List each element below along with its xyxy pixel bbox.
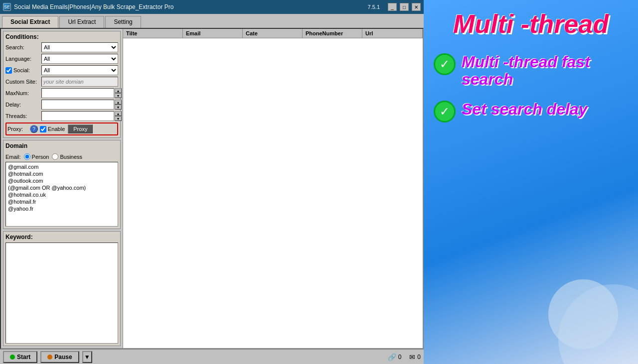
maxnum-label: MaxNum: — [5, 90, 41, 96]
social-select[interactable]: All — [41, 65, 118, 75]
keyword-textarea[interactable] — [5, 243, 118, 344]
social-row: Social: All — [5, 65, 118, 75]
maximize-button[interactable]: □ — [400, 3, 409, 11]
domain-list-container: @gmail.com @hotmail.com @outlook.com (@g… — [5, 162, 118, 227]
threads-input[interactable]: 10 — [41, 111, 114, 121]
window-title: Social Media Emails|Phones|Any Bulk Scra… — [14, 3, 173, 10]
links-count: 0 — [398, 354, 402, 361]
enable-checkbox[interactable] — [40, 126, 46, 132]
maxnum-input[interactable]: 50000 — [41, 88, 114, 98]
proxy-button[interactable]: Proxy — [68, 124, 93, 133]
maxnum-spinner-btns: ▲ ▼ — [115, 88, 122, 98]
person-radio[interactable] — [24, 153, 30, 160]
list-item: @hotmail.co.uk — [7, 191, 117, 198]
delay-row: Delay: 15 ▲ ▼ — [5, 100, 118, 110]
app-icon: SE — [3, 3, 11, 11]
conditions-box: Conditions: Search: All Language: All — [3, 31, 121, 138]
search-select[interactable]: All — [41, 42, 118, 52]
list-item: (@gmail.com OR @yahoo.com) — [7, 184, 117, 191]
threads-down[interactable]: ▼ — [115, 116, 122, 121]
custom-site-row: Custom Site: — [5, 77, 118, 87]
tab-url-extract[interactable]: Url Extract — [59, 16, 104, 28]
business-radio[interactable] — [52, 153, 58, 160]
start-dot — [10, 355, 15, 360]
search-label: Search: — [5, 44, 41, 50]
title-bar-left: SE Social Media Emails|Phones|Any Bulk S… — [3, 3, 173, 11]
proxy-help-button[interactable]: ? — [30, 125, 38, 133]
threads-label: Threads: — [5, 113, 41, 119]
table-header: Tilte Email Cate PhoneNumber Url — [123, 29, 423, 38]
domain-title: Domain — [5, 142, 27, 149]
left-panel: Conditions: Search: All Language: All — [1, 29, 123, 348]
custom-site-input[interactable] — [41, 77, 118, 87]
delay-spinner: 15 ▲ ▼ — [41, 100, 122, 110]
domain-box: Domain Email: Person Business @gmail. — [3, 140, 121, 229]
custom-site-label: Custom Site: — [5, 79, 41, 85]
minimize-button[interactable]: _ — [388, 3, 397, 11]
bottom-right: 🔗 0 ✉ 0 — [388, 353, 421, 361]
check-icon-2: ✓ — [434, 101, 456, 122]
proxy-label: Proxy: — [7, 126, 30, 132]
enable-label: Enable — [40, 126, 65, 132]
threads-row: Threads: 10 ▲ ▼ — [5, 111, 118, 121]
close-button[interactable]: ✕ — [412, 3, 421, 11]
links-status: 🔗 0 — [388, 353, 402, 361]
list-item: @hotmail.fr — [7, 198, 117, 205]
search-row: Search: All — [5, 42, 118, 52]
col-header-phone: PhoneNumber — [303, 29, 362, 38]
proxy-row: Proxy: ? Enable Proxy — [5, 122, 118, 135]
list-item: @gmail.com — [7, 163, 117, 170]
app-window: SE Social Media Emails|Phones|Any Bulk S… — [0, 0, 424, 364]
language-row: Language: All — [5, 54, 118, 64]
language-label: Language: — [5, 56, 41, 62]
social-checkbox[interactable] — [5, 67, 12, 74]
delay-up[interactable]: ▲ — [115, 100, 122, 105]
email-label: Email: — [5, 154, 21, 160]
bottom-bar: Start Pause ▼ 🔗 0 ✉ 0 — [0, 349, 424, 364]
start-button[interactable]: Start — [3, 351, 37, 363]
tab-social-extract[interactable]: Social Extract — [2, 16, 58, 28]
bottom-left: Start Pause ▼ — [3, 351, 92, 363]
main-content: Conditions: Search: All Language: All — [0, 28, 424, 349]
more-button[interactable]: ▼ — [82, 351, 92, 363]
list-item: @outlook.com — [7, 177, 117, 184]
maxnum-up[interactable]: ▲ — [115, 88, 122, 93]
list-item: @yahoo.fr — [7, 205, 117, 212]
maxnum-down[interactable]: ▼ — [115, 93, 122, 98]
list-item: @hotmail.com — [7, 170, 117, 177]
threads-up[interactable]: ▲ — [115, 111, 122, 116]
data-panel: Tilte Email Cate PhoneNumber Url — [123, 29, 423, 348]
delay-spinner-btns: ▲ ▼ — [115, 100, 122, 110]
threads-spinner-btns: ▲ ▼ — [115, 111, 122, 121]
circle-decoration-2 — [548, 279, 618, 349]
emails-status: ✉ 0 — [409, 353, 421, 361]
table-body — [123, 38, 423, 348]
language-select[interactable]: All — [41, 54, 118, 64]
col-header-cate: Cate — [243, 29, 303, 38]
check-icon-1: ✓ — [434, 53, 456, 75]
feature-2-text: Set search delay — [462, 101, 588, 118]
col-header-url: Url — [362, 29, 423, 38]
keyword-title: Keyword: — [5, 234, 118, 241]
version-label: 7.5.1 — [368, 4, 380, 10]
tab-bar: Social Extract Url Extract Setting — [0, 14, 424, 28]
pause-dot — [47, 355, 52, 360]
threads-spinner: 10 ▲ ▼ — [41, 111, 122, 121]
promo-feature-1: ✓ Multi -thread fast search — [434, 53, 628, 88]
delay-label: Delay: — [5, 102, 41, 108]
delay-down[interactable]: ▼ — [115, 105, 122, 110]
pause-button[interactable]: Pause — [40, 351, 79, 363]
domain-list[interactable]: @gmail.com @hotmail.com @outlook.com (@g… — [5, 162, 118, 227]
keyword-box: Keyword: — [3, 231, 121, 346]
person-radio-label: Person — [24, 153, 49, 160]
promo-panel: Multi -thread ✓ Multi -thread fast searc… — [424, 0, 638, 364]
title-bar-controls: 7.5.1 _ □ ✕ — [368, 3, 421, 11]
promo-title: Multi -thread — [453, 10, 609, 38]
feature-1-text: Multi -thread fast search — [462, 53, 628, 88]
emails-count: 0 — [417, 354, 421, 361]
promo-feature-2: ✓ Set search delay — [434, 101, 628, 122]
social-label: Social: — [5, 67, 41, 74]
delay-input[interactable]: 15 — [41, 100, 114, 110]
tab-setting[interactable]: Setting — [105, 16, 141, 28]
email-row: Email: Person Business — [5, 153, 118, 160]
